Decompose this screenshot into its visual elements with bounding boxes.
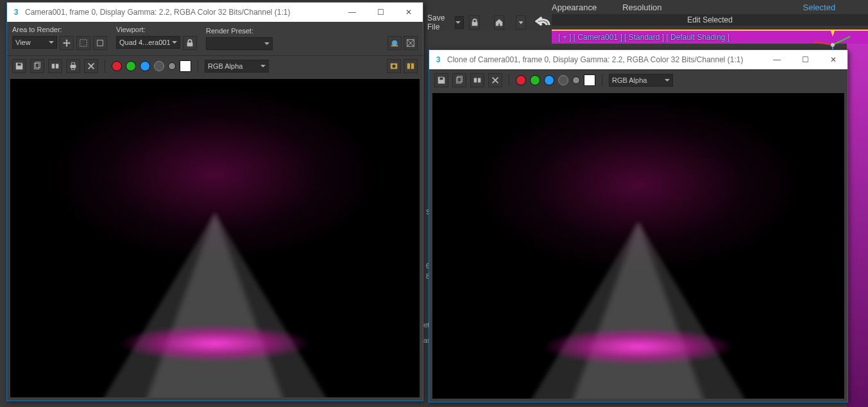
svg-rect-16 <box>71 67 74 69</box>
render-area <box>7 76 423 401</box>
svg-line-0 <box>813 42 833 45</box>
home-icon[interactable] <box>494 15 504 30</box>
render-canvas[interactable] <box>10 79 420 397</box>
clone-icon[interactable] <box>470 73 484 87</box>
svg-point-7 <box>392 40 398 46</box>
svg-rect-20 <box>410 63 411 69</box>
svg-point-18 <box>392 64 395 67</box>
render-setup-button[interactable] <box>404 36 418 50</box>
menu-appearance[interactable]: Appearance <box>552 3 597 12</box>
svg-line-1 <box>833 37 850 45</box>
alpha-channel-button[interactable] <box>154 61 164 71</box>
viewport-label: [ + ] [ Camera001 ] [ Standard ] [ Defau… <box>558 33 729 42</box>
svg-marker-3 <box>831 31 835 37</box>
render-window-2: 3 Clone of Camera001, frame 0, Display G… <box>429 49 848 403</box>
svg-rect-23 <box>474 78 477 82</box>
lock-viewport-icon[interactable] <box>183 36 197 50</box>
close-button[interactable]: ✕ <box>395 3 423 22</box>
lock-icon[interactable] <box>469 15 479 30</box>
app-icon: 3 <box>433 55 443 65</box>
undo-arrow-icon[interactable] <box>535 16 552 30</box>
green-channel-button[interactable] <box>530 75 540 85</box>
window-title: Camera001, frame 0, Display Gamma: 2.2, … <box>25 8 338 17</box>
print-icon[interactable] <box>66 59 80 73</box>
copy-icon[interactable] <box>452 73 466 87</box>
viewport-background <box>847 44 868 407</box>
svg-rect-5 <box>80 40 87 47</box>
svg-rect-6 <box>98 40 103 46</box>
svg-rect-13 <box>56 64 58 68</box>
render-canvas[interactable] <box>432 93 844 399</box>
viewport-select[interactable]: Quad 4...era001 <box>116 36 180 49</box>
save-icon[interactable] <box>434 73 448 87</box>
render-button[interactable] <box>387 36 402 50</box>
close-button[interactable]: ✕ <box>819 50 847 69</box>
compare-toggle-icon[interactable] <box>404 59 418 73</box>
svg-rect-8 <box>391 46 398 47</box>
render-window-1: 3 Camera001, frame 0, Display Gamma: 2.2… <box>6 2 423 401</box>
svg-rect-15 <box>71 62 74 65</box>
viewport-label: Viewport: <box>116 26 197 33</box>
svg-rect-24 <box>478 78 481 82</box>
render-preset-select[interactable] <box>206 37 273 50</box>
minimize-button[interactable]: — <box>338 3 366 22</box>
render-area <box>429 90 847 402</box>
mono-channel-button[interactable] <box>168 62 176 70</box>
svg-rect-14 <box>71 65 76 67</box>
area-to-render-select[interactable]: View <box>12 36 57 49</box>
blue-channel-button[interactable] <box>140 61 150 71</box>
dropdown-arrow-icon[interactable] <box>516 15 526 30</box>
bg-secondary-toolbar: Save File <box>423 14 552 31</box>
mono-channel-button[interactable] <box>572 76 580 84</box>
pan-icon[interactable] <box>60 36 74 50</box>
frame-toolbar: RGB Alpha <box>429 69 847 90</box>
red-channel-button[interactable] <box>112 61 122 71</box>
minimize-button[interactable]: — <box>763 50 791 69</box>
svg-rect-12 <box>52 64 55 68</box>
channel-select[interactable]: RGB Alpha <box>609 74 673 87</box>
red-channel-button[interactable] <box>516 75 526 85</box>
render-preset-label: Render Preset: <box>206 27 273 35</box>
menu-resolution[interactable]: Resolution <box>622 3 661 12</box>
save-file-dropdown[interactable] <box>455 16 464 29</box>
maximize-button[interactable]: ☐ <box>366 3 395 22</box>
crop-icon[interactable] <box>93 36 107 50</box>
delete-icon[interactable] <box>488 73 502 87</box>
alpha-channel-button[interactable] <box>558 75 568 85</box>
clone-icon[interactable] <box>48 59 62 73</box>
overlay-toggle-icon[interactable] <box>387 59 401 73</box>
app-top-menu: Appearance Resolution Selected <box>552 0 835 12</box>
maximize-button[interactable]: ☐ <box>791 50 819 69</box>
copy-icon[interactable] <box>30 59 44 73</box>
region-icon[interactable] <box>76 36 90 50</box>
window-title: Clone of Camera001, frame 0, Display Gam… <box>447 55 763 64</box>
app-icon: 3 <box>11 7 21 17</box>
render-settings-row: Area to Render: View Viewport: Quad 4...… <box>7 22 423 55</box>
svg-point-4 <box>831 43 835 47</box>
channel-select[interactable]: RGB Alpha <box>205 60 269 73</box>
color-swatch[interactable] <box>584 74 595 86</box>
titlebar[interactable]: 3 Clone of Camera001, frame 0, Display G… <box>429 50 847 69</box>
area-to-render-label: Area to Render: <box>12 26 107 33</box>
color-swatch[interactable] <box>180 60 191 72</box>
blue-channel-button[interactable] <box>544 75 554 85</box>
titlebar[interactable]: 3 Camera001, frame 0, Display Gamma: 2.2… <box>7 3 423 22</box>
edit-selected-strip[interactable]: Edit Selected <box>552 14 868 26</box>
menu-selected[interactable]: Selected <box>803 3 836 12</box>
frame-toolbar: RGB Alpha <box>7 55 423 76</box>
green-channel-button[interactable] <box>126 61 136 71</box>
save-file-label[interactable]: Save File <box>427 13 450 31</box>
delete-icon[interactable] <box>84 59 98 73</box>
save-icon[interactable] <box>12 59 26 73</box>
